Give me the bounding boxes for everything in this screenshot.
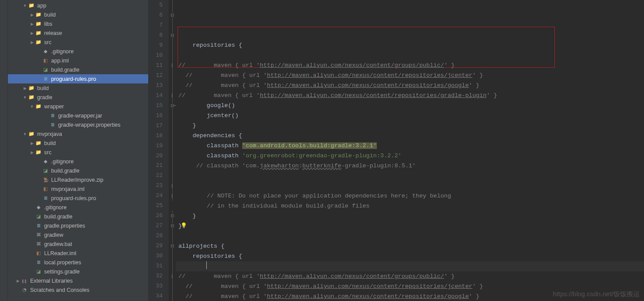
fold-marker[interactable] <box>169 221 176 231</box>
code-line[interactable] <box>176 261 644 271</box>
code-line[interactable]: // maven { url 'http://maven.aliyun.com/… <box>176 70 644 80</box>
expand-arrow-icon[interactable]: ▶ <box>29 150 35 155</box>
tree-row[interactable]: ◆.gitignore <box>8 157 148 166</box>
code-line[interactable]: } <box>176 221 644 231</box>
gutter-line[interactable]: 17 <box>149 121 169 131</box>
tree-row[interactable]: ◪build.gradle <box>8 166 148 175</box>
tree-row[interactable]: ▶📁release <box>8 28 148 38</box>
gutter-line[interactable]: 28 <box>149 231 169 241</box>
code-line[interactable]: repositories { <box>176 40 644 50</box>
gutter-line[interactable]: 11 <box>149 60 169 70</box>
code-line[interactable]: } <box>176 121 644 131</box>
tree-row[interactable]: ◆.gitignore <box>8 203 148 212</box>
tree-row[interactable]: ▶⫿⫿External Libraries <box>8 276 148 285</box>
code-line[interactable]: // maven { url 'http://maven.aliyun.com/… <box>176 271 644 281</box>
tool-window-stripe-left[interactable] <box>0 0 8 301</box>
gutter-line[interactable]: 15▶ <box>149 100 169 111</box>
tree-row[interactable]: ◪settings.gradle <box>8 267 148 276</box>
code-line[interactable]: classpath 'com.android.tools.build:gradl… <box>176 141 644 151</box>
fold-marker[interactable] <box>169 271 176 281</box>
expand-arrow-icon[interactable]: ▼ <box>22 3 28 8</box>
tree-row[interactable]: ▶📁build <box>8 10 148 19</box>
tree-row[interactable]: ◆.gitignore <box>8 47 148 56</box>
tree-row[interactable]: ◪build.gradle <box>8 65 148 74</box>
code-line[interactable]: classpath 'org.greenrobot:greendao-gradl… <box>176 151 644 161</box>
code-line[interactable] <box>176 171 644 181</box>
gutter-line[interactable]: 9 <box>149 40 169 50</box>
project-tree[interactable]: ▼📁app▶📁build▶📁libs▶📁release▶📁src◆.gitign… <box>8 0 149 301</box>
gutter-line[interactable]: 31 <box>149 261 169 271</box>
expand-arrow-icon[interactable]: ▼ <box>22 95 28 100</box>
gutter-line[interactable]: 23 <box>149 180 169 190</box>
gutter-line[interactable]: 32 <box>149 271 169 281</box>
gutter-line[interactable]: 14 <box>149 90 169 100</box>
fold-marker[interactable] <box>169 241 176 251</box>
fold-marker[interactable] <box>169 10 176 20</box>
expand-arrow-icon[interactable]: ▶ <box>22 86 28 90</box>
expand-arrow-icon[interactable]: ▶ <box>29 40 35 45</box>
tree-row[interactable]: ◧app.iml <box>8 56 148 65</box>
code-line[interactable]: } <box>176 211 644 221</box>
gutter-line[interactable]: 30 <box>149 251 169 261</box>
tree-row[interactable]: ≣gradle.properties <box>8 221 148 230</box>
gutter-line[interactable]: 12 <box>149 70 169 80</box>
expand-arrow-icon[interactable]: ▼ <box>22 132 28 136</box>
gutter-line[interactable]: 33 <box>149 281 169 291</box>
code-line[interactable]: repositories { <box>176 251 644 261</box>
code-line[interactable]: // maven { url 'http://maven.aliyun.com/… <box>176 80 644 90</box>
fold-marker[interactable] <box>169 190 176 201</box>
code-line[interactable] <box>176 50 644 60</box>
tree-row[interactable]: ≣local.properties <box>8 258 148 267</box>
expand-arrow-icon[interactable]: ▶ <box>29 141 35 145</box>
code-editor[interactable]: 56789101112131415▶1617181920212223242526… <box>149 0 644 301</box>
tree-row[interactable]: ▼📁app <box>8 1 148 10</box>
editor-gutter[interactable]: 56789101112131415▶1617181920212223242526… <box>149 0 169 301</box>
code-line[interactable]: google() <box>176 100 644 111</box>
gutter-line[interactable]: 22 <box>149 170 169 180</box>
tree-row[interactable]: ◧mvprxjava.iml <box>8 184 148 194</box>
tree-row[interactable]: ⌘gradlew <box>8 230 148 239</box>
expand-arrow-icon[interactable]: ▶ <box>29 22 35 26</box>
code-line[interactable]: dependencies { <box>176 131 644 141</box>
tree-row[interactable]: ≣gradle-wrapper.properties <box>8 120 148 129</box>
code-line[interactable]: // maven { url 'http://maven.aliyun.com/… <box>176 60 644 70</box>
tree-row[interactable]: ≣proguard-rules.pro <box>8 194 148 203</box>
tree-row[interactable]: ≣proguard-rules.pro <box>8 74 148 83</box>
code-line[interactable] <box>176 181 644 191</box>
gutter-line[interactable]: 21 <box>149 161 169 171</box>
tree-row[interactable]: ▼📁gradle <box>8 93 148 102</box>
tree-row[interactable]: 🗜LLReaderImprove.zip <box>8 175 148 184</box>
tree-row[interactable]: ◧LLReader.iml <box>8 249 148 258</box>
tree-row[interactable]: ◪build.gradle <box>8 212 148 221</box>
tree-row[interactable]: ⌘gradlew.bat <box>8 239 148 249</box>
fold-marker[interactable] <box>169 30 176 40</box>
expand-arrow-icon[interactable]: ▶ <box>29 13 35 17</box>
fold-marker[interactable] <box>169 100 176 111</box>
gutter-line[interactable]: 27💡 <box>149 221 169 231</box>
fold-marker[interactable] <box>169 180 176 190</box>
tree-row[interactable]: ▶📁build <box>8 138 148 148</box>
fold-marker[interactable] <box>169 211 176 221</box>
gutter-line[interactable]: 34 <box>149 291 169 301</box>
tree-row[interactable]: ◔Scratches and Consoles <box>8 285 148 294</box>
fold-marker[interactable] <box>169 60 176 70</box>
gutter-line[interactable]: 13 <box>149 80 169 90</box>
tree-row[interactable]: ▶📁src <box>8 148 148 157</box>
gutter-line[interactable]: 5 <box>149 0 169 10</box>
code-line[interactable] <box>176 231 644 241</box>
code-line[interactable]: jcenter() <box>176 111 644 121</box>
gutter-line[interactable]: 8 <box>149 30 169 40</box>
tree-row[interactable]: ▶📁src <box>8 38 148 47</box>
code-line[interactable]: // in the individual module build.gradle… <box>176 201 644 211</box>
tree-row[interactable]: ▶📁build <box>8 83 148 93</box>
expand-arrow-icon[interactable]: ▶ <box>29 31 35 35</box>
gutter-line[interactable]: 19 <box>149 141 169 151</box>
gutter-line[interactable]: 7 <box>149 20 169 30</box>
fold-marker[interactable] <box>169 90 176 100</box>
gutter-line[interactable]: 6 <box>149 10 169 20</box>
code-line[interactable]: // maven { url 'http://maven.aliyun.com/… <box>176 90 644 100</box>
gutter-line[interactable]: 29 <box>149 241 169 251</box>
tree-row[interactable]: ≣gradle-wrapper.jar <box>8 111 148 120</box>
gutter-line[interactable]: 20 <box>149 151 169 161</box>
gutter-line[interactable]: 25 <box>149 201 169 211</box>
